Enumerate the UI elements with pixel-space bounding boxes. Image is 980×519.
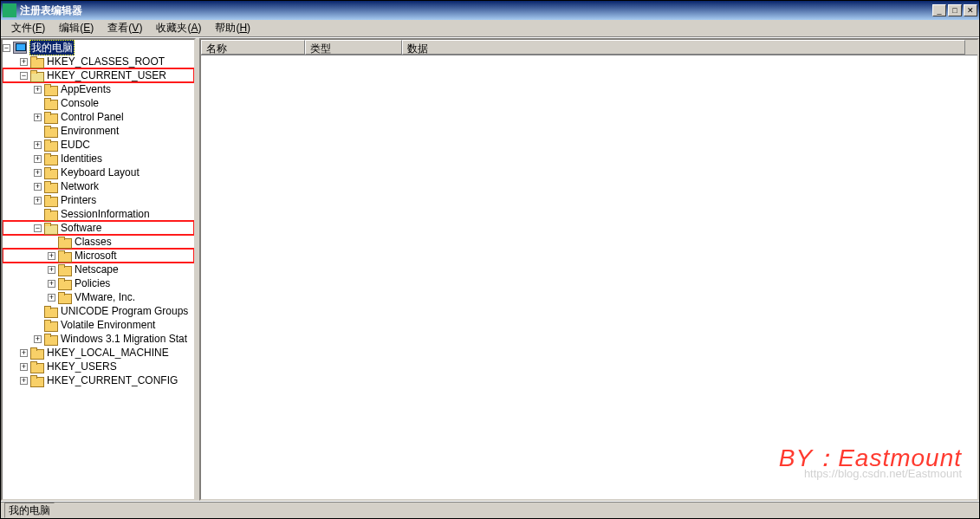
tree-node-label[interactable]: EUDC bbox=[59, 138, 92, 152]
expander-spacer bbox=[34, 211, 42, 218]
tree-node[interactable]: SessionInformation bbox=[3, 207, 194, 221]
tree-node[interactable]: +AppEvents bbox=[3, 82, 194, 96]
expand-icon[interactable]: + bbox=[20, 377, 28, 385]
window-title: 注册表编辑器 bbox=[20, 3, 82, 18]
expand-icon[interactable]: + bbox=[48, 280, 55, 288]
folder-icon bbox=[44, 181, 56, 191]
folder-icon bbox=[44, 112, 56, 122]
tree-node[interactable]: +HKEY_LOCAL_MACHINE bbox=[3, 346, 194, 360]
expand-icon[interactable]: + bbox=[48, 294, 55, 302]
tree-node[interactable]: +EUDC bbox=[3, 138, 194, 152]
tree-node[interactable]: +Network bbox=[3, 179, 194, 193]
tree-node[interactable]: +Windows 3.1 Migration Stat bbox=[3, 332, 194, 346]
tree-node-label[interactable]: Classes bbox=[73, 235, 114, 249]
tree-node-label[interactable]: HKEY_USERS bbox=[45, 360, 119, 373]
tree-node[interactable]: Classes bbox=[3, 235, 194, 249]
tree-node-label[interactable]: HKEY_CURRENT_USER bbox=[45, 68, 168, 82]
tree-node-label[interactable]: VMware, Inc. bbox=[73, 290, 137, 304]
expand-icon[interactable]: + bbox=[48, 266, 55, 274]
expand-icon[interactable]: + bbox=[34, 169, 42, 177]
tree-node[interactable]: +Printers bbox=[3, 193, 194, 207]
menu-item-f[interactable]: 文件(F) bbox=[4, 19, 52, 37]
maximize-button[interactable]: □ bbox=[948, 4, 962, 16]
tree-node-label[interactable]: HKEY_CURRENT_CONFIG bbox=[45, 373, 179, 387]
expand-icon[interactable]: + bbox=[34, 114, 42, 121]
expand-icon[interactable]: + bbox=[34, 86, 42, 94]
close-button[interactable]: ✕ bbox=[964, 4, 977, 16]
menu-item-e[interactable]: 编辑(E) bbox=[52, 19, 101, 37]
expand-icon[interactable]: + bbox=[20, 349, 28, 357]
expand-icon[interactable]: + bbox=[34, 197, 42, 204]
folder-icon bbox=[44, 153, 56, 164]
titlebar[interactable]: 注册表编辑器 _ □ ✕ bbox=[1, 1, 979, 20]
tree-node[interactable]: +HKEY_USERS bbox=[3, 360, 194, 373]
tree-node-label[interactable]: HKEY_LOCAL_MACHINE bbox=[45, 346, 171, 360]
tree-node-label[interactable]: Network bbox=[59, 179, 101, 193]
folder-icon bbox=[30, 347, 42, 358]
expander-spacer bbox=[34, 127, 42, 135]
collapse-icon[interactable]: − bbox=[3, 44, 10, 52]
folder-icon bbox=[44, 84, 56, 94]
expand-icon[interactable]: + bbox=[20, 58, 28, 66]
collapse-icon[interactable]: − bbox=[34, 224, 42, 232]
tree-node[interactable]: −HKEY_CURRENT_USER bbox=[3, 68, 194, 82]
list-col-1[interactable]: 类型 bbox=[305, 40, 402, 55]
tree-node[interactable]: −我的电脑 bbox=[3, 41, 194, 55]
tree-node-label[interactable]: UNICODE Program Groups bbox=[59, 304, 190, 318]
expander-spacer bbox=[34, 100, 42, 107]
tree-node[interactable]: Console bbox=[3, 96, 194, 110]
tree-node-label[interactable]: Printers bbox=[59, 193, 98, 207]
credit-watermark: BY：Eastmount bbox=[779, 442, 962, 475]
tree-node[interactable]: +VMware, Inc. bbox=[3, 290, 194, 304]
expand-icon[interactable]: + bbox=[20, 363, 28, 371]
expand-icon[interactable]: + bbox=[34, 183, 42, 191]
tree-node[interactable]: +Keyboard Layout bbox=[3, 165, 194, 179]
minimize-button[interactable]: _ bbox=[932, 4, 946, 16]
tree-node-label[interactable]: Software bbox=[59, 221, 103, 235]
tree-node-label[interactable]: Windows 3.1 Migration Stat bbox=[59, 332, 189, 346]
expander-spacer bbox=[48, 238, 55, 246]
tree-node-label[interactable]: Environment bbox=[59, 124, 120, 138]
tree-node-label[interactable]: Policies bbox=[73, 276, 112, 290]
list-col-0[interactable]: 名称 bbox=[201, 40, 305, 55]
tree-node[interactable]: +Netscape bbox=[3, 263, 194, 276]
tree-node-label[interactable]: 我的电脑 bbox=[29, 40, 75, 55]
expand-icon[interactable]: + bbox=[34, 141, 42, 149]
expand-icon[interactable]: + bbox=[48, 252, 55, 260]
tree-node[interactable]: +HKEY_CURRENT_CONFIG bbox=[3, 373, 194, 387]
tree-node[interactable]: −Software bbox=[3, 221, 194, 235]
tree-node-label[interactable]: Console bbox=[59, 96, 101, 110]
tree-node[interactable]: UNICODE Program Groups bbox=[3, 304, 194, 318]
expand-icon[interactable]: + bbox=[34, 335, 42, 343]
tree-node-label[interactable]: HKEY_CLASSES_ROOT bbox=[45, 55, 166, 68]
tree-node-label[interactable]: Volatile Environment bbox=[59, 318, 157, 332]
collapse-icon[interactable]: − bbox=[20, 72, 28, 80]
tree-node-label[interactable]: AppEvents bbox=[59, 82, 113, 96]
tree-node[interactable]: Environment bbox=[3, 124, 194, 138]
tree-node[interactable]: +HKEY_CLASSES_ROOT bbox=[3, 55, 194, 68]
menu-item-v[interactable]: 查看(V) bbox=[101, 19, 149, 37]
tree-node-label[interactable]: Microsoft bbox=[73, 249, 119, 263]
folder-icon bbox=[44, 126, 56, 136]
tree-node-label[interactable]: Netscape bbox=[73, 263, 120, 276]
folder-icon bbox=[58, 278, 70, 289]
tree-node-label[interactable]: SessionInformation bbox=[59, 207, 152, 221]
tree-pane[interactable]: −我的电脑+HKEY_CLASSES_ROOT−HKEY_CURRENT_USE… bbox=[1, 38, 196, 501]
list-col-2[interactable]: 数据 bbox=[402, 40, 965, 55]
list-body[interactable]: BY：Eastmount https://blog.csdn.net/Eastm… bbox=[201, 55, 977, 499]
tree-node[interactable]: Volatile Environment bbox=[3, 318, 194, 332]
list-pane: 名称类型数据 BY：Eastmount https://blog.csdn.ne… bbox=[199, 38, 979, 501]
tree-node[interactable]: +Identities bbox=[3, 152, 194, 165]
statusbar: 我的电脑 bbox=[1, 501, 979, 518]
tree-node-label[interactable]: Keyboard Layout bbox=[59, 165, 141, 179]
tree-node-label[interactable]: Control Panel bbox=[59, 110, 126, 124]
credit-url: https://blog.csdn.net/Eastmount bbox=[804, 467, 962, 480]
tree-node[interactable]: +Control Panel bbox=[3, 110, 194, 124]
tree-node-label[interactable]: Identities bbox=[59, 152, 104, 165]
menu-item-h[interactable]: 帮助(H) bbox=[208, 19, 257, 37]
menu-item-a[interactable]: 收藏夹(A) bbox=[149, 19, 208, 37]
folder-icon bbox=[58, 292, 70, 302]
tree-node[interactable]: +Microsoft bbox=[3, 249, 194, 263]
tree-node[interactable]: +Policies bbox=[3, 276, 194, 290]
expand-icon[interactable]: + bbox=[34, 155, 42, 163]
